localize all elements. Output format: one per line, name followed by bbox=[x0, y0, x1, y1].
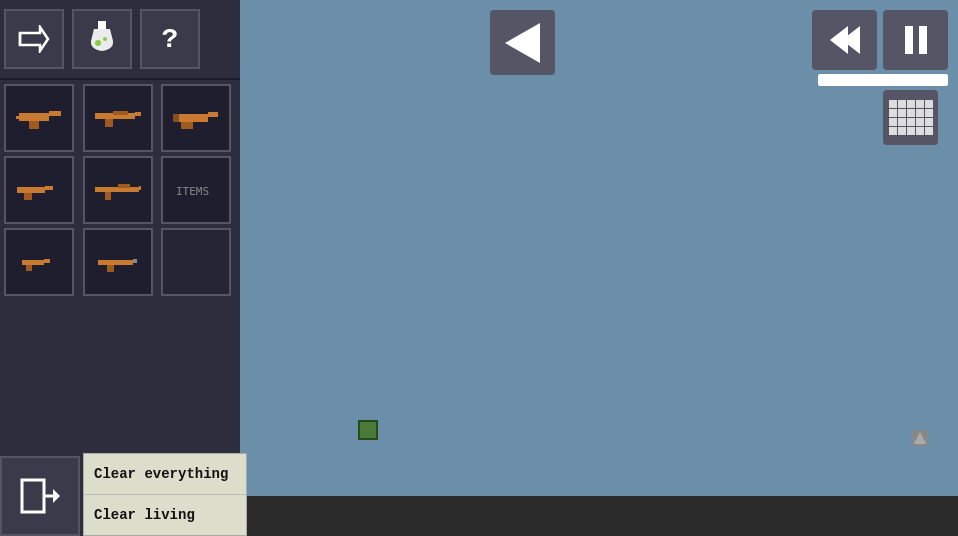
svg-rect-10 bbox=[135, 112, 141, 116]
svg-rect-2 bbox=[98, 21, 106, 29]
svg-rect-27 bbox=[26, 265, 32, 271]
question-button[interactable]: ? bbox=[140, 9, 200, 69]
svg-rect-21 bbox=[139, 186, 141, 190]
rewind-icon bbox=[830, 26, 860, 54]
svg-rect-12 bbox=[113, 111, 128, 115]
svg-rect-15 bbox=[181, 122, 193, 129]
clear-living-button[interactable]: Clear living bbox=[84, 495, 246, 535]
green-object bbox=[358, 420, 378, 440]
bottom-bar bbox=[240, 496, 958, 536]
svg-rect-19 bbox=[24, 193, 32, 200]
svg-rect-22 bbox=[105, 192, 111, 200]
speed-bar bbox=[818, 74, 948, 86]
svg-marker-33 bbox=[53, 489, 60, 503]
svg-rect-5 bbox=[19, 113, 49, 121]
svg-rect-6 bbox=[49, 111, 61, 116]
clear-everything-button[interactable]: Clear everything bbox=[84, 454, 246, 495]
toolbar: ? bbox=[0, 0, 240, 80]
item-cell-8[interactable] bbox=[161, 228, 231, 296]
svg-rect-16 bbox=[173, 114, 179, 122]
speed-bar-container bbox=[812, 10, 948, 86]
item-cell-6[interactable] bbox=[4, 228, 74, 296]
svg-rect-26 bbox=[44, 259, 50, 263]
back-arrow-icon bbox=[505, 23, 540, 63]
grid-icon bbox=[889, 100, 933, 135]
svg-rect-14 bbox=[208, 112, 218, 117]
item-cell-7[interactable] bbox=[83, 228, 153, 296]
svg-marker-0 bbox=[20, 27, 48, 51]
pause-icon bbox=[905, 26, 927, 54]
svg-rect-11 bbox=[105, 119, 113, 127]
item-cell-0[interactable] bbox=[4, 84, 74, 152]
context-menu: Clear everything Clear living bbox=[83, 453, 247, 536]
svg-rect-17 bbox=[17, 187, 45, 193]
game-area[interactable] bbox=[240, 0, 958, 496]
back-button[interactable] bbox=[490, 10, 555, 75]
swap-button[interactable] bbox=[4, 9, 64, 69]
svg-rect-18 bbox=[45, 186, 53, 190]
svg-rect-30 bbox=[107, 265, 114, 272]
small-object bbox=[912, 430, 928, 446]
svg-rect-28 bbox=[98, 260, 133, 265]
item-cell-4[interactable] bbox=[83, 156, 153, 224]
svg-marker-34 bbox=[914, 432, 926, 444]
rewind-button[interactable] bbox=[812, 10, 877, 70]
svg-rect-8 bbox=[16, 116, 21, 119]
svg-rect-23 bbox=[118, 184, 130, 188]
grid-toggle-button[interactable] bbox=[883, 90, 938, 145]
svg-text:ITEMS: ITEMS bbox=[176, 185, 209, 198]
svg-rect-7 bbox=[29, 121, 39, 129]
item-cell-3[interactable] bbox=[4, 156, 74, 224]
top-right-controls bbox=[812, 10, 948, 86]
exit-button[interactable] bbox=[0, 456, 80, 536]
svg-rect-31 bbox=[22, 480, 44, 512]
item-cell-1[interactable] bbox=[83, 84, 153, 152]
question-icon: ? bbox=[162, 24, 179, 55]
item-cell-5[interactable]: ITEMS bbox=[161, 156, 231, 224]
left-panel: ? bbox=[0, 0, 240, 536]
svg-point-4 bbox=[103, 37, 107, 41]
svg-rect-29 bbox=[133, 259, 137, 263]
potion-button[interactable] bbox=[72, 9, 132, 69]
svg-rect-20 bbox=[95, 187, 139, 192]
pause-button[interactable] bbox=[883, 10, 948, 70]
svg-rect-25 bbox=[22, 260, 44, 265]
svg-point-3 bbox=[95, 40, 101, 46]
item-cell-2[interactable] bbox=[161, 84, 231, 152]
items-grid: ITEMS bbox=[0, 80, 240, 300]
